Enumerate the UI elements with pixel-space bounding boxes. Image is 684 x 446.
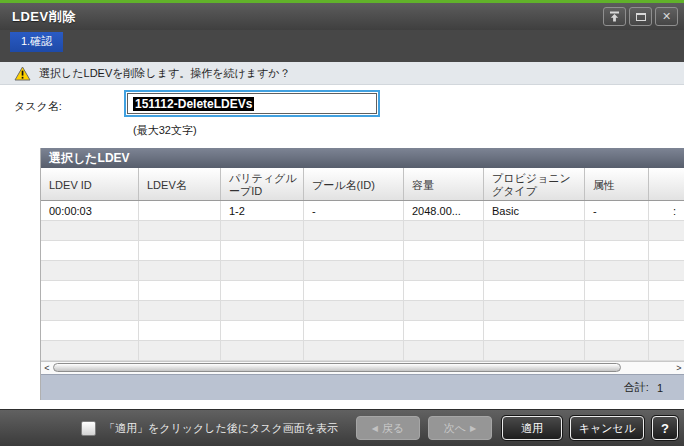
cell-pool-name: - bbox=[304, 201, 404, 220]
table-cell-empty bbox=[221, 321, 304, 340]
table-row-empty bbox=[41, 241, 684, 261]
help-button[interactable]: ? bbox=[652, 416, 678, 440]
table-cell-empty bbox=[41, 321, 139, 340]
table-cell-empty bbox=[404, 341, 484, 360]
dialog-title: LDEV削除 bbox=[12, 8, 76, 26]
table-row-empty bbox=[41, 301, 684, 321]
table-cell-empty bbox=[649, 281, 684, 300]
table-cell-empty bbox=[649, 221, 684, 240]
show-task-screen-label: 「適用」をクリックした後にタスク画面を表示 bbox=[104, 421, 338, 436]
show-task-screen-checkbox[interactable] bbox=[81, 421, 96, 436]
table-cell-empty bbox=[139, 221, 221, 240]
table-cell-empty bbox=[484, 321, 585, 340]
table-cell-empty bbox=[139, 241, 221, 260]
table-cell-empty bbox=[404, 301, 484, 320]
table-cell-empty bbox=[139, 341, 221, 360]
column-header-ldev-id[interactable]: LDEV ID bbox=[41, 168, 139, 200]
table-cell-empty bbox=[585, 241, 649, 260]
rollup-button[interactable] bbox=[603, 7, 626, 26]
table-cell-empty bbox=[585, 321, 649, 340]
horizontal-scrollbar[interactable]: < > bbox=[41, 361, 684, 374]
table-cell-empty bbox=[404, 321, 484, 340]
table-cell-empty bbox=[41, 241, 139, 260]
maximize-button[interactable] bbox=[629, 7, 652, 26]
cell-capacity: 2048.00... bbox=[404, 201, 484, 220]
table-cell-empty bbox=[221, 221, 304, 240]
table-row-empty bbox=[41, 341, 684, 361]
help-icon: ? bbox=[661, 421, 669, 436]
table-cell-empty bbox=[304, 281, 404, 300]
table-cell-empty bbox=[404, 281, 484, 300]
next-button-label: 次へ bbox=[444, 421, 466, 436]
next-arrow-icon: ▶ bbox=[470, 424, 476, 433]
table-cell-empty bbox=[304, 301, 404, 320]
table-row-empty bbox=[41, 321, 684, 341]
column-header-pool-name[interactable]: プール名(ID) bbox=[304, 168, 404, 200]
table-cell-empty bbox=[139, 321, 221, 340]
close-button[interactable]: ✕ bbox=[655, 7, 678, 26]
table-cell-empty bbox=[649, 241, 684, 260]
back-button-label: 戻る bbox=[382, 421, 404, 436]
title-bar: LDEV削除 ✕ bbox=[0, 3, 684, 30]
table-cell-empty bbox=[221, 341, 304, 360]
table-cell-empty bbox=[41, 301, 139, 320]
table-cell-empty bbox=[649, 261, 684, 280]
total-label: 合計: bbox=[624, 380, 649, 395]
scroll-left-icon[interactable]: < bbox=[42, 362, 52, 374]
table-row-empty bbox=[41, 281, 684, 301]
column-header-attribute[interactable]: 属性 bbox=[585, 168, 649, 200]
table-cell-empty bbox=[585, 281, 649, 300]
step-tab-confirm: 1.確認 bbox=[10, 32, 63, 52]
dialog-content: タスク名: 151112-DeleteLDEVs (最大32文字) 選択したLD… bbox=[0, 85, 684, 409]
table-cell-empty bbox=[221, 241, 304, 260]
task-name-input[interactable]: 151112-DeleteLDEVs bbox=[127, 93, 377, 114]
task-name-hint: (最大32文字) bbox=[133, 123, 197, 138]
table-row[interactable]: 00:00:03 1-2 - 2048.00... Basic - : bbox=[41, 201, 684, 221]
table-cell-empty bbox=[41, 281, 139, 300]
column-header-capacity[interactable]: 容量 bbox=[404, 168, 484, 200]
cell-clipped: : bbox=[649, 201, 684, 220]
wizard-step-strip: 1.確認 bbox=[0, 30, 684, 62]
table-title: 選択したLDEV bbox=[41, 148, 684, 168]
arrow-to-top-icon bbox=[609, 11, 620, 22]
table-cell-empty bbox=[484, 261, 585, 280]
column-header-provisioning-type[interactable]: プロビジョニングタイプ bbox=[484, 168, 585, 200]
scroll-right-icon[interactable]: > bbox=[674, 362, 684, 374]
table-cell-empty bbox=[304, 321, 404, 340]
table-cell-empty bbox=[304, 261, 404, 280]
total-value: 1 bbox=[657, 382, 663, 394]
table-cell-empty bbox=[304, 341, 404, 360]
table-cell-empty bbox=[484, 341, 585, 360]
table-cell-empty bbox=[484, 221, 585, 240]
table-cell-empty bbox=[649, 301, 684, 320]
table-row-empty bbox=[41, 261, 684, 281]
column-header-ldev-name[interactable]: LDEV名 bbox=[139, 168, 221, 200]
table-cell-empty bbox=[221, 261, 304, 280]
selected-ldev-table: 選択したLDEV LDEV ID LDEV名 パリティグループID プール名(I… bbox=[40, 148, 684, 400]
cancel-button-label: キャンセル bbox=[579, 421, 635, 436]
back-button: ◀ 戻る bbox=[356, 416, 420, 440]
maximize-icon bbox=[636, 13, 646, 21]
apply-button-label: 適用 bbox=[521, 421, 543, 436]
table-cell-empty bbox=[304, 221, 404, 240]
table-cell-empty bbox=[649, 341, 684, 360]
table-cell-empty bbox=[484, 281, 585, 300]
table-cell-empty bbox=[304, 241, 404, 260]
apply-button[interactable]: 適用 bbox=[502, 416, 562, 440]
table-empty-rows bbox=[41, 221, 684, 361]
column-header-parity-group-id[interactable]: パリティグループID bbox=[221, 168, 304, 200]
table-cell-empty bbox=[649, 321, 684, 340]
table-cell-empty bbox=[585, 341, 649, 360]
cancel-button[interactable]: キャンセル bbox=[570, 416, 644, 440]
back-arrow-icon: ◀ bbox=[372, 424, 378, 433]
scrollbar-thumb[interactable] bbox=[53, 363, 621, 372]
total-bar: 合計: 1 bbox=[41, 374, 684, 400]
close-icon: ✕ bbox=[662, 10, 671, 23]
column-header-clipped[interactable] bbox=[649, 168, 684, 200]
cell-provisioning-type: Basic bbox=[484, 201, 585, 220]
table-cell-empty bbox=[41, 341, 139, 360]
table-cell-empty bbox=[139, 281, 221, 300]
table-cell-empty bbox=[221, 301, 304, 320]
cell-ldev-id: 00:00:03 bbox=[41, 201, 139, 220]
table-cell-empty bbox=[139, 261, 221, 280]
